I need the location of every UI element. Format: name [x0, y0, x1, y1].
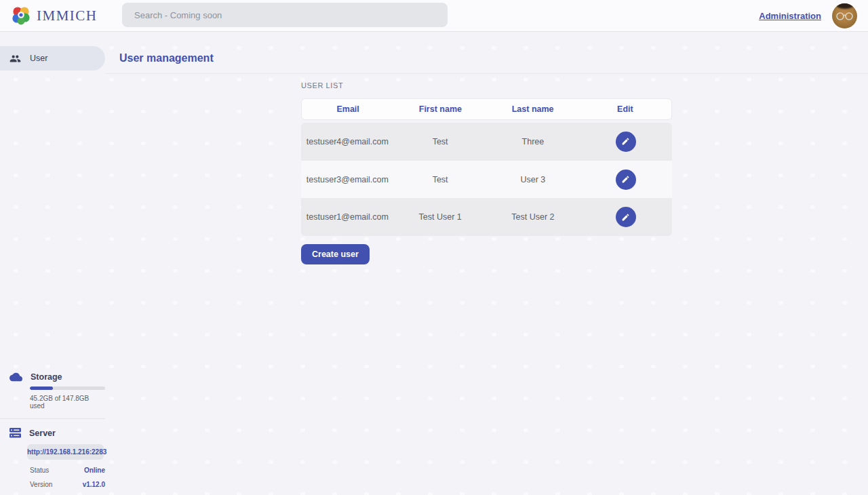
- user-last-name-cell: Three: [487, 137, 580, 146]
- immich-logo[interactable]: IMMICH: [0, 5, 98, 26]
- table-row: testuser1@email.com Test User 1 Test Use…: [301, 198, 672, 236]
- server-icon: [9, 428, 21, 438]
- user-table-body: testuser4@email.com Test Three testuser3…: [301, 123, 672, 236]
- storage-usage-text: 45.2GB of 147.8GB used: [30, 395, 105, 410]
- server-version-row: Version v1.12.0: [30, 481, 105, 488]
- create-user-button[interactable]: Create user: [301, 244, 370, 264]
- brand-name: IMMICH: [37, 7, 98, 24]
- user-last-name-cell: Test User 2: [487, 212, 580, 222]
- sidebar-footer: Storage 45.2GB of 147.8GB used: [0, 372, 105, 488]
- user-last-name-cell: User 3: [487, 175, 580, 184]
- search-input[interactable]: [122, 3, 448, 27]
- status-label: Status: [30, 467, 49, 474]
- page-title: User management: [105, 32, 868, 64]
- sidebar: User Storage 45.2GB of 147.8GB used: [0, 32, 105, 495]
- user-first-name-cell: Test User 1: [394, 212, 487, 222]
- sidebar-item-label: User: [30, 54, 47, 63]
- sidebar-footer-divider: [0, 418, 105, 419]
- server-title: Server: [29, 429, 56, 438]
- pencil-icon: [621, 175, 630, 184]
- table-row: testuser3@email.com Test User 3: [301, 161, 672, 199]
- edit-user-button[interactable]: [616, 207, 636, 227]
- storage-progress-bar: [30, 387, 105, 390]
- cloud-icon: [9, 372, 22, 382]
- users-icon: [9, 53, 21, 64]
- sidebar-item-user[interactable]: User: [0, 46, 105, 71]
- user-first-name-cell: Test: [394, 137, 487, 146]
- edit-user-button[interactable]: [616, 132, 636, 152]
- table-row: testuser4@email.com Test Three: [301, 123, 672, 161]
- version-label: Version: [30, 481, 52, 488]
- user-email-cell: testuser3@email.com: [301, 175, 394, 184]
- server-status-row: Status Online: [30, 467, 105, 474]
- administration-link[interactable]: Administration: [759, 11, 821, 21]
- user-first-name-cell: Test: [394, 175, 487, 184]
- column-header-first-name: First name: [394, 104, 486, 114]
- title-divider: [105, 73, 868, 74]
- edit-user-button[interactable]: [616, 170, 636, 190]
- storage-progress-fill: [30, 387, 53, 390]
- pencil-icon: [621, 137, 630, 146]
- server-url: http://192.168.1.216:2283: [27, 444, 104, 460]
- section-title: USER LIST: [301, 81, 672, 90]
- user-email-cell: testuser1@email.com: [301, 212, 394, 222]
- user-email-cell: testuser4@email.com: [301, 137, 394, 146]
- column-header-last-name: Last name: [487, 104, 579, 114]
- main-content: User management USER LIST Email First na…: [105, 32, 868, 495]
- status-value: Online: [84, 467, 105, 474]
- immich-flower-icon: [11, 5, 31, 26]
- version-value: v1.12.0: [83, 481, 105, 488]
- top-bar: IMMICH Administration: [0, 0, 868, 32]
- user-avatar[interactable]: [832, 3, 857, 28]
- storage-title: Storage: [31, 372, 62, 382]
- pencil-icon: [621, 213, 630, 222]
- column-header-email: Email: [302, 104, 394, 114]
- column-header-edit: Edit: [579, 104, 671, 114]
- user-table-header: Email First name Last name Edit: [301, 98, 672, 120]
